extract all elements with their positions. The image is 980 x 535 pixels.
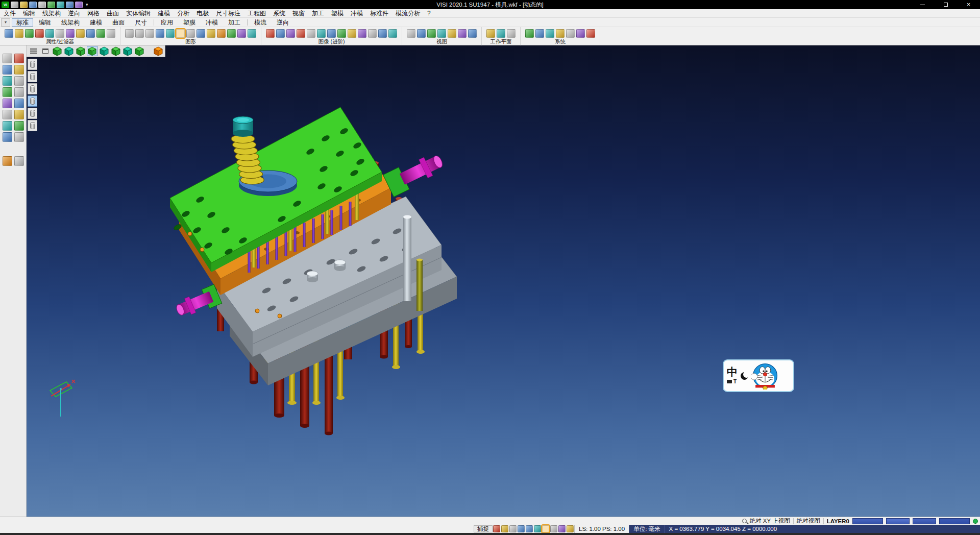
- wireframe-icon[interactable]: [166, 29, 175, 38]
- layer-stack-button-1[interactable]: [28, 59, 37, 70]
- menu-window[interactable]: 视窗: [289, 9, 308, 18]
- new-document-icon[interactable]: [11, 2, 18, 8]
- highlight-icon[interactable]: [76, 29, 85, 38]
- shade-icon[interactable]: [156, 29, 164, 38]
- layer-color-swatch[interactable]: [939, 518, 970, 524]
- rotate-tool-icon[interactable]: [3, 87, 12, 97]
- menu-mould[interactable]: 塑模: [328, 9, 347, 18]
- color-filter-icon[interactable]: [35, 29, 44, 38]
- layer-color-swatch[interactable]: [852, 518, 883, 524]
- menu-flow-analysis[interactable]: 模流分析: [392, 9, 424, 18]
- zoom-out-icon[interactable]: [437, 29, 446, 38]
- tab-surface[interactable]: 曲面: [108, 18, 129, 27]
- layer-filter-icon[interactable]: [25, 29, 34, 38]
- layer-stack-button-5[interactable]: [28, 108, 37, 119]
- zoom-fit-icon[interactable]: [407, 29, 415, 38]
- tab-standard[interactable]: 标准: [12, 18, 33, 27]
- layer-color-swatch[interactable]: [913, 518, 936, 524]
- pan-image-icon[interactable]: [378, 29, 387, 38]
- status-view-mode[interactable]: 绝对 XY 上视图: [750, 517, 790, 525]
- settings-icon[interactable]: [75, 2, 83, 8]
- view-axono-button[interactable]: [153, 46, 163, 56]
- record-icon[interactable]: [297, 29, 305, 38]
- named-view-icon[interactable]: [468, 29, 477, 38]
- menu-standard-parts[interactable]: 标准件: [366, 9, 392, 18]
- snap-edge-icon[interactable]: [550, 525, 557, 532]
- compare-icon[interactable]: [317, 29, 326, 38]
- snapshot-icon[interactable]: [307, 29, 315, 38]
- axis-lock-tool-icon[interactable]: [3, 76, 12, 86]
- menu-mesh[interactable]: 网格: [84, 9, 103, 18]
- gear-icon[interactable]: [546, 29, 554, 38]
- menu-modeling[interactable]: 建模: [154, 9, 174, 18]
- blank-icon[interactable]: [135, 29, 144, 38]
- view-dynamic-button[interactable]: [87, 46, 97, 56]
- customize-quick-access-dropdown[interactable]: ▾: [84, 2, 90, 7]
- moon-icon[interactable]: [741, 372, 748, 380]
- pointer-tool-icon[interactable]: [3, 54, 12, 63]
- unblank-icon[interactable]: [145, 29, 154, 38]
- refresh-view-icon[interactable]: [248, 29, 256, 38]
- snap-intersection-icon[interactable]: [509, 525, 517, 532]
- line-type-icon[interactable]: [15, 29, 23, 38]
- snap-point-icon[interactable]: [493, 525, 500, 532]
- menu-reverse[interactable]: 逆向: [64, 9, 84, 18]
- toolbar-dropdown-button[interactable]: ▾: [1, 18, 10, 27]
- import-icon[interactable]: [47, 2, 55, 8]
- annotate-icon[interactable]: [358, 29, 366, 38]
- save-icon[interactable]: [29, 2, 37, 8]
- group-icon[interactable]: [86, 29, 95, 38]
- mirror-tool-icon[interactable]: [3, 110, 12, 119]
- layer-stack-button-2[interactable]: [28, 71, 37, 82]
- menu-system[interactable]: 系统: [270, 9, 289, 18]
- view-front-button[interactable]: [75, 46, 86, 56]
- reset-image-icon[interactable]: [388, 29, 397, 38]
- layer-stack-button-3[interactable]: [28, 83, 37, 94]
- menu-wireframe[interactable]: 线架构: [39, 9, 64, 18]
- print-icon[interactable]: [38, 2, 46, 8]
- stereo-view-icon[interactable]: [276, 29, 285, 38]
- attribute-paste-icon[interactable]: [66, 29, 75, 38]
- clip-plane-icon[interactable]: [337, 29, 346, 38]
- capture-image-icon[interactable]: [286, 29, 295, 38]
- table-icon[interactable]: [566, 29, 575, 38]
- tab-edit[interactable]: 编辑: [34, 18, 56, 27]
- snap-vertex-icon[interactable]: [558, 525, 566, 532]
- zoom-in-icon[interactable]: [427, 29, 436, 38]
- globe-icon[interactable]: [535, 29, 544, 38]
- paint-tool-icon[interactable]: [3, 99, 12, 108]
- close-button[interactable]: ×: [957, 0, 980, 9]
- hidden-line-icon[interactable]: [186, 29, 195, 38]
- view-iso-button[interactable]: [52, 46, 62, 56]
- workplane-icon[interactable]: [486, 29, 495, 38]
- measure-image-icon[interactable]: [348, 29, 356, 38]
- tab-machining[interactable]: 加工: [224, 18, 245, 27]
- view-list-button[interactable]: [28, 46, 39, 56]
- material-icon[interactable]: [217, 29, 226, 38]
- snap-grid-icon[interactable]: [534, 525, 541, 532]
- status-green-indicator[interactable]: [973, 519, 978, 524]
- keyboard-icon[interactable]: [727, 380, 732, 383]
- snap-midpoint-icon[interactable]: [501, 525, 508, 532]
- snap-face-icon[interactable]: [542, 525, 549, 532]
- trim-tool-icon[interactable]: [3, 65, 12, 75]
- tab-flow[interactable]: 模流: [250, 18, 271, 27]
- viewport-3d[interactable]: 中 T: [27, 45, 980, 517]
- chart-tool-icon[interactable]: [3, 156, 12, 166]
- view-bottom-button[interactable]: [134, 46, 144, 56]
- attribute-copy-icon[interactable]: [56, 29, 64, 38]
- notes-tool-icon[interactable]: [14, 76, 24, 86]
- snap-quadrant-icon[interactable]: [526, 525, 533, 532]
- properties-icon[interactable]: [107, 29, 115, 38]
- select-color-icon[interactable]: [5, 29, 13, 38]
- menu-surface[interactable]: 曲面: [103, 9, 122, 18]
- ime-mode-icon[interactable]: T: [733, 379, 737, 384]
- menu-edit[interactable]: 编辑: [19, 9, 39, 18]
- maximize-button[interactable]: [934, 0, 957, 9]
- menu-solid-edit[interactable]: 实体编辑: [122, 9, 154, 18]
- menu-help[interactable]: ?: [424, 10, 434, 17]
- view-left-button[interactable]: [110, 46, 121, 56]
- element-filter-icon[interactable]: [45, 29, 54, 38]
- sketch-tool-icon[interactable]: [14, 87, 24, 97]
- tab-progress[interactable]: 冲模: [201, 18, 223, 27]
